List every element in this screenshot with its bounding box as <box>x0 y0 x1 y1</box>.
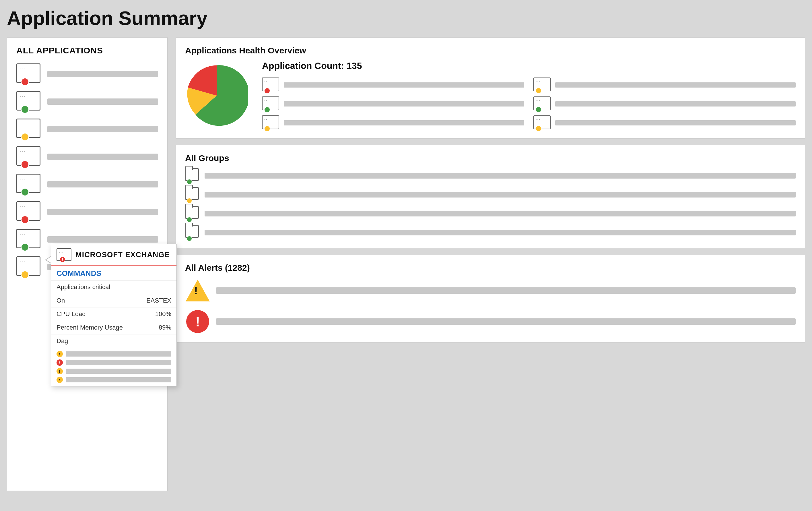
app-icon-dots: ··· <box>20 149 26 154</box>
status-dot-green <box>21 105 29 113</box>
group-bar <box>205 211 795 217</box>
tooltip-row-dag: Dag <box>51 335 176 348</box>
group-folder-icon <box>185 168 199 181</box>
status-dot-yellow <box>187 198 192 203</box>
status-dot-yellow <box>21 271 29 279</box>
health-icon-wrap: ··· <box>262 96 280 111</box>
alert-warning-wrap <box>185 278 210 303</box>
ti-bar <box>66 377 171 382</box>
tooltip-title: MICROSOFT EXCHANGE <box>76 250 170 259</box>
health-icon-wrap: ··· <box>533 115 552 130</box>
group-bar <box>205 173 795 178</box>
all-groups-section: All Groups <box>176 145 805 248</box>
app-bar <box>47 98 158 105</box>
group-icon-wrap <box>185 168 200 183</box>
tooltip-item-row[interactable]: ! <box>57 360 171 366</box>
app-bar <box>47 71 158 77</box>
tooltip-row-memory: Percent Memory Usage 89% <box>51 321 176 335</box>
critical-circle-icon: ! <box>186 310 209 333</box>
list-item[interactable]: ··· <box>17 174 158 195</box>
tooltip-row-label: On <box>57 297 65 304</box>
status-dot-green <box>536 107 542 113</box>
tooltip-row-label: CPU Load <box>57 310 86 318</box>
tooltip-row-value: 89% <box>159 324 171 331</box>
app-icon-wrap: ··· <box>17 229 42 250</box>
status-dot-green <box>21 188 29 196</box>
app-icon-dots: ··· <box>20 231 26 236</box>
groups-list <box>185 168 795 240</box>
tooltip-app-critical-row[interactable]: Applications critical <box>51 281 176 294</box>
tooltip-item-row[interactable]: ! <box>57 368 171 374</box>
all-groups-title: All Groups <box>185 153 795 163</box>
tooltip-row-label: Percent Memory Usage <box>57 324 123 331</box>
list-item[interactable] <box>185 225 795 240</box>
list-item[interactable]: ··· <box>533 115 795 130</box>
app-bar <box>47 126 158 132</box>
crit-exclaim: ! <box>59 361 60 365</box>
tooltip-row-value: 100% <box>155 310 171 318</box>
health-icon-dots: ··· <box>536 79 541 84</box>
list-item[interactable] <box>185 168 795 183</box>
warn-icon: ! <box>57 368 63 374</box>
list-item[interactable]: ··· <box>533 96 795 111</box>
app-icon-dots: ··· <box>20 93 26 99</box>
health-grid: ··· ··· <box>262 78 795 130</box>
list-item[interactable]: ! <box>185 309 795 334</box>
list-item[interactable]: ··· <box>262 78 524 92</box>
list-item[interactable]: ··· <box>262 115 524 130</box>
health-icon-dots: ··· <box>264 117 269 121</box>
tooltip-item-row[interactable]: ! <box>57 351 171 357</box>
group-folder-icon <box>185 206 199 219</box>
health-overview-section: Applications Health Overview Appli <box>176 37 805 139</box>
list-item[interactable]: ··· <box>17 91 158 112</box>
health-bar <box>284 101 524 107</box>
status-dot-green <box>21 243 29 251</box>
app-icon-wrap: ··· <box>17 201 42 223</box>
tooltip-icon: ··· ! <box>57 248 71 261</box>
health-content: Application Count: 135 ··· · <box>185 61 795 130</box>
app-bar <box>47 209 158 215</box>
health-bar <box>284 120 524 125</box>
tooltip-critical-badge: ! <box>60 257 65 262</box>
pie-chart-svg <box>185 64 248 127</box>
group-folder-icon <box>185 225 199 238</box>
health-icon-dots: ··· <box>536 117 541 121</box>
health-icon-wrap: ··· <box>262 78 280 92</box>
app-list: ··· ··· ··· <box>17 63 158 278</box>
list-item[interactable]: ··· <box>17 201 158 223</box>
health-icon-wrap: ··· <box>262 115 280 130</box>
warn-exclaim: ! <box>59 378 60 382</box>
list-item[interactable]: ··· <box>17 63 158 85</box>
group-bar <box>205 230 795 235</box>
list-item[interactable] <box>185 278 795 303</box>
status-dot-green <box>187 236 192 241</box>
alert-bar <box>216 287 795 294</box>
left-panel: ALL APPLICATIONS ··· ··· ··· <box>7 37 168 491</box>
pie-chart <box>185 64 248 127</box>
list-item[interactable]: ··· <box>262 96 524 111</box>
all-apps-title: ALL APPLICATIONS <box>17 46 158 55</box>
health-bar <box>555 101 795 107</box>
tooltip-item-row[interactable]: ! <box>57 377 171 383</box>
list-item[interactable]: ··· <box>17 119 158 140</box>
status-dot-green <box>187 179 192 184</box>
main-layout: ALL APPLICATIONS ··· ··· ··· <box>7 37 805 491</box>
app-icon-wrap: ··· <box>17 174 42 195</box>
health-overview-title: Applications Health Overview <box>185 46 795 55</box>
health-bar <box>284 82 524 88</box>
tooltip-commands-label[interactable]: COMMANDS <box>51 265 176 281</box>
app-bar <box>47 153 158 160</box>
app-icon-dots: ··· <box>20 121 26 126</box>
app-count-label: Application Count: 135 <box>262 61 795 71</box>
app-icon-dots: ··· <box>20 66 26 71</box>
list-item[interactable]: ··· ··· ! MICROSOFT EXCHANGE <box>17 146 158 167</box>
list-item[interactable] <box>185 187 795 202</box>
app-bar <box>47 181 158 188</box>
health-bar <box>555 82 795 88</box>
app-icon-dots: ··· <box>20 259 26 264</box>
page-title: Application Summary <box>7 7 805 29</box>
health-icon-dots: ··· <box>264 98 269 103</box>
list-item[interactable] <box>185 206 795 221</box>
warn-icon: ! <box>57 377 63 383</box>
list-item[interactable]: ··· <box>533 78 795 92</box>
